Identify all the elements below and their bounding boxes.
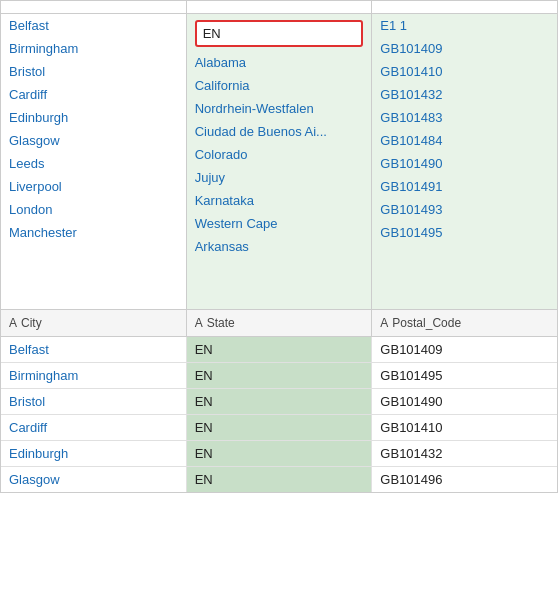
list-item[interactable]: Ciudad de Buenos Ai... [187, 120, 372, 143]
table-cell-postal: GB101409 [372, 337, 557, 362]
table-cell-city[interactable]: Bristol [1, 389, 187, 414]
postal-header [372, 1, 557, 14]
list-item[interactable]: Jujuy [187, 166, 372, 189]
state-column: AlabamaCaliforniaNordrhein-WestfalenCiud… [187, 1, 373, 309]
table-cell-state: EN [187, 337, 373, 362]
list-item[interactable]: Glasgow [1, 129, 186, 152]
table-cell-postal: GB101495 [372, 363, 557, 388]
table-cell-state: EN [187, 441, 373, 466]
list-item[interactable]: GB101483 [372, 106, 557, 129]
list-item[interactable]: Belfast [1, 14, 186, 37]
list-item[interactable]: GB101409 [372, 37, 557, 60]
postal-column: E1 1GB101409GB101410GB101432GB101483GB10… [372, 1, 557, 309]
table-cell-state: EN [187, 415, 373, 440]
table-header-state[interactable]: A State [187, 310, 373, 336]
list-item[interactable]: Bristol [1, 60, 186, 83]
list-item[interactable]: Alabama [187, 51, 372, 74]
postal-list[interactable]: E1 1GB101409GB101410GB101432GB101483GB10… [372, 14, 557, 309]
list-item[interactable]: London [1, 198, 186, 221]
list-item[interactable]: Manchester [1, 221, 186, 244]
table-cell-postal: GB101410 [372, 415, 557, 440]
table-cell-postal: GB101496 [372, 467, 557, 492]
city-header [1, 1, 186, 14]
city-column: BelfastBirminghamBristolCardiffEdinburgh… [1, 1, 187, 309]
filter-panel: BelfastBirminghamBristolCardiffEdinburgh… [0, 0, 558, 310]
list-item[interactable]: Western Cape [187, 212, 372, 235]
list-item[interactable]: GB101495 [372, 221, 557, 244]
table-cell-city[interactable]: Glasgow [1, 467, 187, 492]
table-cell-state: EN [187, 467, 373, 492]
state-list[interactable]: AlabamaCaliforniaNordrhein-WestfalenCiud… [187, 51, 372, 309]
table-row: BirminghamENGB101495 [1, 363, 557, 389]
list-item[interactable]: Nordrhein-Westfalen [187, 97, 372, 120]
main-container: BelfastBirminghamBristolCardiffEdinburgh… [0, 0, 558, 493]
state-col-label: State [207, 316, 235, 330]
table-row: BristolENGB101490 [1, 389, 557, 415]
list-item[interactable]: Liverpool [1, 175, 186, 198]
list-item[interactable]: California [187, 74, 372, 97]
table-header-postal[interactable]: A Postal_Code [372, 310, 557, 336]
table-row: EdinburghENGB101432 [1, 441, 557, 467]
state-sort-icon: A [195, 316, 203, 330]
list-item[interactable]: Leeds [1, 152, 186, 175]
list-item[interactable]: GB101491 [372, 175, 557, 198]
table-cell-postal: GB101432 [372, 441, 557, 466]
state-search-input[interactable] [195, 20, 364, 47]
table-header: A City A State A Postal_Code [1, 310, 557, 337]
list-item[interactable]: Birmingham [1, 37, 186, 60]
table-row: GlasgowENGB101496 [1, 467, 557, 492]
table-cell-city[interactable]: Edinburgh [1, 441, 187, 466]
table-cell-state: EN [187, 363, 373, 388]
data-table: A City A State A Postal_Code BelfastENGB… [0, 310, 558, 493]
table-cell-city[interactable]: Belfast [1, 337, 187, 362]
table-cell-city[interactable]: Cardiff [1, 415, 187, 440]
table-header-city[interactable]: A City [1, 310, 187, 336]
table-cell-city[interactable]: Birmingham [1, 363, 187, 388]
list-item[interactable]: GB101490 [372, 152, 557, 175]
list-item[interactable]: Edinburgh [1, 106, 186, 129]
list-item[interactable]: Karnataka [187, 189, 372, 212]
postal-col-label: Postal_Code [392, 316, 461, 330]
list-item[interactable]: GB101432 [372, 83, 557, 106]
city-sort-icon: A [9, 316, 17, 330]
table-body: BelfastENGB101409BirminghamENGB101495Bri… [1, 337, 557, 492]
list-item[interactable]: E1 1 [372, 14, 557, 37]
table-row: BelfastENGB101409 [1, 337, 557, 363]
postal-sort-icon: A [380, 316, 388, 330]
state-header [187, 1, 372, 14]
list-item[interactable]: Colorado [187, 143, 372, 166]
list-item[interactable]: GB101484 [372, 129, 557, 152]
table-cell-postal: GB101490 [372, 389, 557, 414]
list-item[interactable]: GB101410 [372, 60, 557, 83]
list-item[interactable]: Arkansas [187, 235, 372, 258]
table-row: CardiffENGB101410 [1, 415, 557, 441]
list-item[interactable]: Cardiff [1, 83, 186, 106]
city-col-label: City [21, 316, 42, 330]
list-item[interactable]: GB101493 [372, 198, 557, 221]
city-list[interactable]: BelfastBirminghamBristolCardiffEdinburgh… [1, 14, 186, 309]
table-cell-state: EN [187, 389, 373, 414]
state-search-box [195, 20, 364, 47]
